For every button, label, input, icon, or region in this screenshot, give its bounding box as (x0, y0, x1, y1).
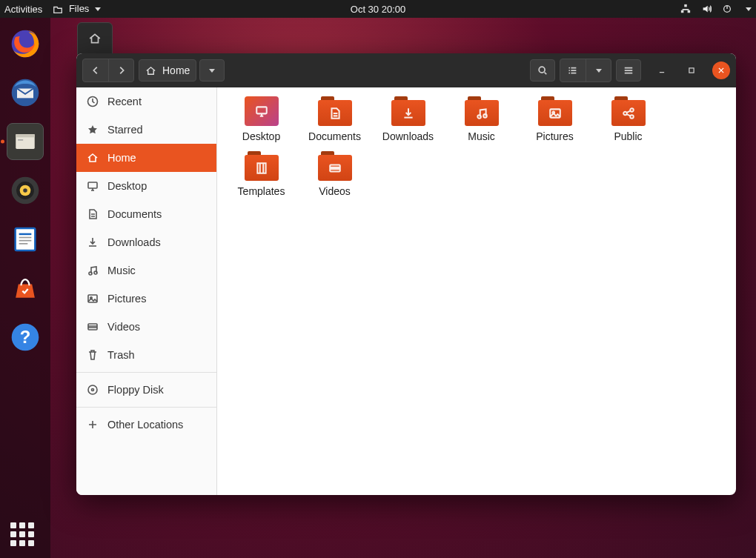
sidebar-item-recent[interactable]: Recent (76, 87, 216, 116)
back-button[interactable] (83, 59, 108, 82)
chevron-down-icon (596, 69, 602, 73)
dock-software[interactable] (7, 270, 44, 307)
svg-rect-33 (19, 233, 32, 236)
power-icon[interactable] (722, 4, 732, 14)
folder-label: Public (614, 130, 642, 142)
background-window-home[interactable] (77, 22, 113, 55)
volume-icon[interactable] (701, 4, 712, 14)
app-menu[interactable]: Files (53, 3, 101, 15)
view-group (560, 59, 611, 82)
activities-button[interactable]: Activities (4, 4, 42, 15)
folder-downloads[interactable]: Downloads (371, 96, 445, 151)
writer-icon (10, 225, 40, 254)
sidebar-item-label: Videos (107, 321, 140, 333)
picture-icon (87, 293, 99, 305)
folder-icon (53, 4, 63, 15)
close-button[interactable] (712, 62, 730, 79)
chevron-left-icon (90, 65, 101, 76)
svg-point-30 (23, 188, 27, 193)
thunderbird-icon (9, 76, 42, 109)
folder-icon (245, 96, 279, 126)
sidebar-item-pictures[interactable]: Pictures (76, 285, 216, 313)
path-bar[interactable]: Home (139, 59, 196, 82)
dock-thunderbird[interactable] (7, 74, 44, 111)
sidebar-item-label: Other Locations (107, 419, 183, 431)
home-icon (87, 152, 99, 164)
sidebar-item-videos[interactable]: Videos (76, 313, 216, 341)
sidebar-item-documents[interactable]: Documents (76, 200, 216, 228)
maximize-icon (688, 67, 695, 74)
sidebar-item-downloads[interactable]: Downloads (76, 228, 216, 256)
folder-view[interactable]: DesktopDocumentsDownloadsMusicPicturesPu… (217, 87, 736, 495)
chevron-down-icon[interactable] (746, 7, 752, 11)
help-icon: ? (9, 321, 42, 353)
close-icon (717, 67, 725, 74)
chevron-down-icon (209, 69, 215, 73)
dock-files[interactable] (7, 123, 44, 160)
dock-help[interactable]: ? (7, 319, 44, 356)
folder-label: Desktop (242, 130, 280, 142)
folder-public[interactable]: Public (591, 96, 665, 151)
folder-pictures[interactable]: Pictures (518, 96, 591, 151)
trash-icon (87, 349, 99, 361)
folder-documents[interactable]: Documents (298, 96, 371, 151)
sidebar-item-floppy-disk[interactable]: Floppy Disk (76, 376, 216, 404)
disk-icon (87, 384, 99, 396)
dock: ? (0, 18, 50, 558)
sidebar-item-trash[interactable]: Trash (76, 341, 216, 369)
network-icon[interactable] (680, 4, 691, 14)
view-options-button[interactable] (586, 59, 611, 82)
folder-label: Pictures (536, 130, 574, 142)
folder-label: Downloads (382, 130, 434, 142)
folder-icon (611, 96, 646, 126)
sidebar-item-label: Home (107, 152, 136, 164)
sidebar-item-starred[interactable]: Starred (76, 116, 216, 144)
search-icon (537, 65, 548, 76)
search-button[interactable] (530, 59, 555, 82)
folder-desktop[interactable]: Desktop (225, 96, 298, 151)
sidebar-item-label: Music (107, 265, 136, 276)
path-menu-button[interactable] (199, 59, 225, 82)
folder-label: Templates (238, 185, 285, 197)
sidebar-item-label: Downloads (107, 236, 161, 248)
minimize-button[interactable] (653, 62, 671, 79)
clock-icon (87, 96, 99, 107)
menu-icon (623, 65, 634, 76)
folder-label: Videos (319, 185, 351, 197)
forward-button[interactable] (108, 59, 133, 82)
folder-templates[interactable]: Templates (225, 151, 298, 206)
svg-rect-35 (19, 240, 32, 242)
folder-icon (465, 96, 499, 126)
home-icon (145, 65, 156, 76)
dock-firefox[interactable] (7, 25, 44, 62)
app-menu-label: Files (69, 3, 89, 14)
show-applications[interactable] (10, 522, 34, 546)
folder-icon (391, 96, 425, 126)
svg-rect-34 (19, 237, 32, 239)
hamburger-button[interactable] (616, 59, 641, 82)
sidebar-item-other-locations[interactable]: Other Locations (76, 411, 216, 439)
sidebar-item-music[interactable]: Music (76, 256, 216, 285)
sidebar-item-home[interactable]: Home (76, 144, 216, 172)
svg-rect-25 (16, 134, 35, 137)
plus-icon (87, 419, 99, 431)
sidebar-item-desktop[interactable]: Desktop (76, 172, 216, 200)
folder-label: Music (468, 130, 495, 142)
folder-videos[interactable]: Videos (298, 151, 371, 206)
sidebar-item-label: Recent (107, 96, 142, 107)
dock-writer[interactable] (7, 221, 44, 258)
music-icon (87, 265, 99, 276)
software-icon (9, 272, 42, 305)
chevron-down-icon (95, 7, 101, 11)
list-view-button[interactable] (560, 59, 586, 82)
clock[interactable]: Oct 30 20:00 (351, 4, 405, 15)
svg-rect-31 (16, 228, 36, 250)
sidebar: RecentStarredHomeDesktopDocumentsDownloa… (76, 87, 217, 495)
list-icon (568, 65, 578, 76)
dock-rhythmbox[interactable] (7, 172, 44, 209)
folder-icon (318, 96, 352, 126)
minimize-icon (658, 67, 666, 74)
folder-music[interactable]: Music (445, 96, 518, 151)
star-icon (87, 124, 99, 136)
maximize-button[interactable] (683, 62, 700, 79)
